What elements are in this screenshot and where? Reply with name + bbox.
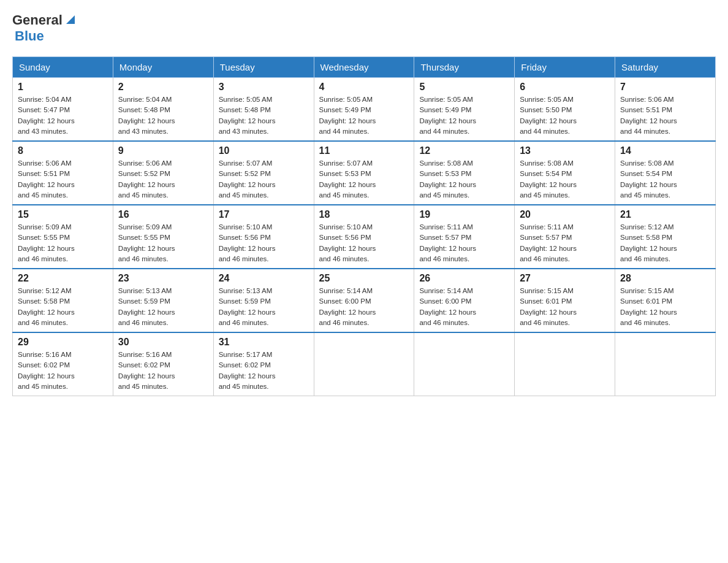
day-info: Sunrise: 5:09 AMSunset: 5:55 PMDaylight:…: [118, 222, 208, 264]
day-number: 9: [118, 145, 208, 156]
day-number: 23: [118, 273, 208, 284]
day-info: Sunrise: 5:13 AMSunset: 5:59 PMDaylight:…: [118, 286, 208, 328]
calendar-week-row: 22Sunrise: 5:12 AMSunset: 5:58 PMDayligh…: [13, 269, 716, 332]
day-number: 26: [419, 273, 509, 284]
calendar-cell: 20Sunrise: 5:11 AMSunset: 5:57 PMDayligh…: [515, 205, 615, 269]
logo-general-text: General: [12, 12, 63, 28]
day-info: Sunrise: 5:12 AMSunset: 5:58 PMDaylight:…: [18, 286, 108, 328]
day-number: 18: [319, 209, 409, 220]
day-info: Sunrise: 5:06 AMSunset: 5:51 PMDaylight:…: [18, 158, 108, 201]
calendar-week-row: 15Sunrise: 5:09 AMSunset: 5:55 PMDayligh…: [13, 205, 716, 269]
day-info: Sunrise: 5:09 AMSunset: 5:55 PMDaylight:…: [18, 222, 108, 264]
calendar-cell: 23Sunrise: 5:13 AMSunset: 5:59 PMDayligh…: [113, 269, 213, 332]
page-header: General Blue: [12, 12, 716, 44]
day-info: Sunrise: 5:11 AMSunset: 5:57 PMDaylight:…: [419, 222, 509, 264]
day-info: Sunrise: 5:10 AMSunset: 5:56 PMDaylight:…: [219, 222, 309, 264]
calendar-cell: 7Sunrise: 5:06 AMSunset: 5:51 PMDaylight…: [615, 78, 716, 142]
calendar-cell: 12Sunrise: 5:08 AMSunset: 5:53 PMDayligh…: [414, 141, 515, 205]
calendar-cell: 30Sunrise: 5:16 AMSunset: 6:02 PMDayligh…: [113, 332, 213, 396]
day-info: Sunrise: 5:05 AMSunset: 5:48 PMDaylight:…: [219, 94, 309, 137]
day-number: 27: [520, 273, 610, 284]
calendar-cell: 4Sunrise: 5:05 AMSunset: 5:49 PMDaylight…: [314, 78, 414, 142]
day-number: 11: [319, 145, 409, 156]
calendar-cell: 3Sunrise: 5:05 AMSunset: 5:48 PMDaylight…: [213, 78, 314, 142]
day-number: 14: [620, 145, 710, 156]
calendar-cell: [414, 332, 515, 396]
calendar-cell: 31Sunrise: 5:17 AMSunset: 6:02 PMDayligh…: [213, 332, 314, 396]
calendar-cell: 15Sunrise: 5:09 AMSunset: 5:55 PMDayligh…: [13, 205, 113, 269]
day-info: Sunrise: 5:14 AMSunset: 6:00 PMDaylight:…: [319, 286, 409, 328]
calendar-week-row: 1Sunrise: 5:04 AMSunset: 5:47 PMDaylight…: [13, 78, 716, 142]
weekday-header-tuesday: Tuesday: [213, 57, 314, 78]
day-info: Sunrise: 5:05 AMSunset: 5:49 PMDaylight:…: [319, 94, 409, 137]
day-number: 5: [419, 82, 509, 93]
day-info: Sunrise: 5:05 AMSunset: 5:49 PMDaylight:…: [419, 94, 509, 137]
svg-marker-0: [66, 15, 75, 24]
day-number: 3: [219, 82, 309, 93]
calendar-cell: 21Sunrise: 5:12 AMSunset: 5:58 PMDayligh…: [615, 205, 716, 269]
weekday-header-wednesday: Wednesday: [314, 57, 414, 78]
weekday-header-thursday: Thursday: [414, 57, 515, 78]
day-info: Sunrise: 5:06 AMSunset: 5:51 PMDaylight:…: [620, 94, 710, 137]
day-number: 17: [219, 209, 309, 220]
day-info: Sunrise: 5:07 AMSunset: 5:52 PMDaylight:…: [219, 158, 309, 201]
day-info: Sunrise: 5:05 AMSunset: 5:50 PMDaylight:…: [520, 94, 610, 137]
calendar-cell: 18Sunrise: 5:10 AMSunset: 5:56 PMDayligh…: [314, 205, 414, 269]
day-info: Sunrise: 5:10 AMSunset: 5:56 PMDaylight:…: [319, 222, 409, 264]
calendar-cell: 16Sunrise: 5:09 AMSunset: 5:55 PMDayligh…: [113, 205, 213, 269]
calendar-cell: 14Sunrise: 5:08 AMSunset: 5:54 PMDayligh…: [615, 141, 716, 205]
weekday-header-saturday: Saturday: [615, 57, 716, 78]
day-number: 2: [118, 82, 208, 93]
day-info: Sunrise: 5:11 AMSunset: 5:57 PMDaylight:…: [520, 222, 610, 264]
calendar-cell: 5Sunrise: 5:05 AMSunset: 5:49 PMDaylight…: [414, 78, 515, 142]
calendar-cell: 29Sunrise: 5:16 AMSunset: 6:02 PMDayligh…: [13, 332, 113, 396]
calendar-cell: 13Sunrise: 5:08 AMSunset: 5:54 PMDayligh…: [515, 141, 615, 205]
calendar-week-row: 8Sunrise: 5:06 AMSunset: 5:51 PMDaylight…: [13, 141, 716, 205]
day-number: 10: [219, 145, 309, 156]
day-info: Sunrise: 5:08 AMSunset: 5:54 PMDaylight:…: [520, 158, 610, 201]
calendar-cell: 6Sunrise: 5:05 AMSunset: 5:50 PMDaylight…: [515, 78, 615, 142]
logo-triangle-icon: [64, 13, 77, 26]
day-info: Sunrise: 5:14 AMSunset: 6:00 PMDaylight:…: [419, 286, 509, 328]
day-number: 24: [219, 273, 309, 284]
day-number: 16: [118, 209, 208, 220]
calendar-cell: 8Sunrise: 5:06 AMSunset: 5:51 PMDaylight…: [13, 141, 113, 205]
calendar-cell: 26Sunrise: 5:14 AMSunset: 6:00 PMDayligh…: [414, 269, 515, 332]
calendar-cell: 22Sunrise: 5:12 AMSunset: 5:58 PMDayligh…: [13, 269, 113, 332]
day-info: Sunrise: 5:08 AMSunset: 5:54 PMDaylight:…: [620, 158, 710, 201]
day-info: Sunrise: 5:15 AMSunset: 6:01 PMDaylight:…: [620, 286, 710, 328]
calendar-cell: 25Sunrise: 5:14 AMSunset: 6:00 PMDayligh…: [314, 269, 414, 332]
day-info: Sunrise: 5:04 AMSunset: 5:48 PMDaylight:…: [118, 94, 208, 137]
calendar-cell: [515, 332, 615, 396]
day-number: 29: [18, 337, 108, 348]
calendar-cell: 24Sunrise: 5:13 AMSunset: 5:59 PMDayligh…: [213, 269, 314, 332]
day-info: Sunrise: 5:13 AMSunset: 5:59 PMDaylight:…: [219, 286, 309, 328]
day-info: Sunrise: 5:15 AMSunset: 6:01 PMDaylight:…: [520, 286, 610, 328]
calendar-table: SundayMondayTuesdayWednesdayThursdayFrid…: [12, 56, 716, 396]
calendar-cell: 17Sunrise: 5:10 AMSunset: 5:56 PMDayligh…: [213, 205, 314, 269]
weekday-header-sunday: Sunday: [13, 57, 113, 78]
day-number: 22: [18, 273, 108, 284]
logo: General Blue: [12, 12, 77, 44]
day-number: 13: [520, 145, 610, 156]
logo-blue-text: Blue: [15, 28, 44, 44]
calendar-cell: 2Sunrise: 5:04 AMSunset: 5:48 PMDaylight…: [113, 78, 213, 142]
weekday-header-monday: Monday: [113, 57, 213, 78]
day-info: Sunrise: 5:04 AMSunset: 5:47 PMDaylight:…: [18, 94, 108, 137]
calendar-cell: 11Sunrise: 5:07 AMSunset: 5:53 PMDayligh…: [314, 141, 414, 205]
day-number: 19: [419, 209, 509, 220]
day-number: 28: [620, 273, 710, 284]
day-info: Sunrise: 5:06 AMSunset: 5:52 PMDaylight:…: [118, 158, 208, 201]
day-number: 4: [319, 82, 409, 93]
day-number: 30: [118, 337, 208, 348]
calendar-cell: 1Sunrise: 5:04 AMSunset: 5:47 PMDaylight…: [13, 78, 113, 142]
day-number: 7: [620, 82, 710, 93]
calendar-cell: 19Sunrise: 5:11 AMSunset: 5:57 PMDayligh…: [414, 205, 515, 269]
calendar-cell: [314, 332, 414, 396]
day-info: Sunrise: 5:17 AMSunset: 6:02 PMDaylight:…: [219, 350, 309, 392]
day-info: Sunrise: 5:16 AMSunset: 6:02 PMDaylight:…: [18, 350, 108, 392]
weekday-header-row: SundayMondayTuesdayWednesdayThursdayFrid…: [13, 57, 716, 78]
day-number: 1: [18, 82, 108, 93]
day-number: 31: [219, 337, 309, 348]
calendar-cell: 10Sunrise: 5:07 AMSunset: 5:52 PMDayligh…: [213, 141, 314, 205]
